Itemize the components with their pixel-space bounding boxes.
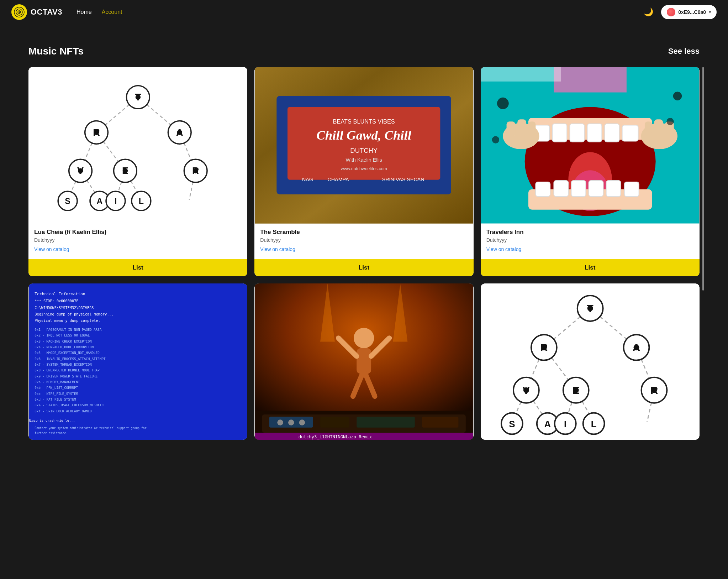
svg-point-81 — [666, 118, 674, 125]
svg-point-17 — [135, 95, 140, 100]
svg-text:0xc - NTFS_FILE_SYSTEM: 0xc - NTFS_FILE_SYSTEM — [35, 391, 78, 395]
nft-card-5: dutchy3_L1GHTNINGNLazo-Remix — [254, 283, 473, 440]
section-title: Music NFTs — [28, 46, 84, 57]
nft-catalog-link-3[interactable]: View on catalog — [486, 246, 694, 252]
svg-text:With Kaelin Ellis: With Kaelin Ellis — [346, 157, 383, 163]
svg-rect-121 — [320, 417, 349, 428]
svg-point-4 — [19, 11, 20, 13]
nft-list-button-2[interactable]: List — [254, 259, 473, 276]
wallet-button[interactable]: 0xE9...C0a0 ▾ — [661, 5, 717, 19]
svg-text:0x5 - KMODE_EXCEPTION_NOT_HAND: 0x5 - KMODE_EXCEPTION_NOT_HANDLED — [35, 351, 100, 355]
svg-point-124 — [278, 419, 283, 425]
svg-text:I: I — [114, 197, 117, 206]
dark-mode-button[interactable]: 🌙 — [642, 6, 655, 18]
svg-rect-123 — [422, 417, 459, 428]
svg-rect-84 — [481, 67, 561, 82]
nft-image-3 — [481, 67, 700, 224]
svg-point-26 — [78, 168, 83, 173]
nft-card-4: Technical Information *** STOP: 0x000000… — [28, 283, 247, 440]
logo-text: OCTAV3 — [31, 7, 62, 17]
nft-image-4: Technical Information *** STOP: 0x000000… — [28, 283, 247, 440]
nav-account[interactable]: Account — [102, 9, 122, 15]
svg-text:_jnp_v1_L1GHTNINGNLazo is cras: _jnp_v1_L1GHTNINGNLazo is crash-nig lg..… — [28, 418, 75, 422]
svg-text:further assistance.: further assistance. — [35, 431, 68, 435]
svg-text:0x8 - UNEXPECTED_KERNEL_MODE_T: 0x8 - UNEXPECTED_KERNEL_MODE_TRAP — [35, 368, 100, 372]
svg-point-82 — [492, 136, 499, 143]
svg-text:0x7 - SYSTEM_THREAD_EXCEPTION: 0x7 - SYSTEM_THREAD_EXCEPTION — [35, 362, 91, 366]
svg-text:0xe - STATUS_IMAGE_CHECKSUM_MI: 0xe - STATUS_IMAGE_CHECKSUM_MISMATCH — [35, 403, 105, 407]
svg-rect-83 — [554, 67, 626, 93]
svg-rect-60 — [605, 124, 619, 142]
svg-text:0x6 - INVALID_PROCESS_ATTACH_A: 0x6 - INVALID_PROCESS_ATTACH_ATTEMPT — [35, 356, 106, 360]
nft-info-1: Lua Cheia (f/ Kaelin Ellis) Dutchyyy Vie… — [28, 224, 247, 256]
svg-text:0xd - FAT_FILE_SYSTEM: 0xd - FAT_FILE_SYSTEM — [35, 397, 76, 401]
svg-text:A: A — [96, 197, 102, 206]
nft-title-2: The Scramble — [260, 229, 468, 236]
svg-point-32 — [193, 168, 198, 173]
svg-rect-78 — [645, 121, 652, 135]
svg-text:0xf - SPIN_LOCK_ALREADY_OWNED: 0xf - SPIN_LOCK_ALREADY_OWNED — [35, 409, 91, 413]
nft-grid-wrapper: .dashed{stroke:#aaa;stroke-width:1.5;str… — [28, 67, 700, 440]
logo[interactable]: OCTAV3 — [11, 4, 62, 20]
nft-artist-2: Dutchyyy — [260, 237, 468, 243]
nft-catalog-link-1[interactable]: View on catalog — [34, 246, 242, 252]
svg-rect-113 — [357, 348, 371, 374]
svg-rect-65 — [536, 182, 550, 197]
svg-point-148 — [633, 344, 639, 350]
nft-catalog-link-2[interactable]: View on catalog — [260, 246, 468, 252]
svg-point-29 — [123, 168, 128, 173]
nft-image-1: .dashed{stroke:#aaa;stroke-width:1.5;str… — [28, 67, 247, 224]
nft-card-3: Travelers Inn Dutchyyy View on catalog L… — [481, 67, 700, 276]
nft-artist-3: Dutchyyy — [486, 237, 694, 243]
svg-text:S: S — [65, 197, 70, 206]
svg-text:0x4 - NONPAGED_POOL_CORRUPTION: 0x4 - NONPAGED_POOL_CORRUPTION — [35, 345, 94, 349]
svg-text:dutchy3_L1GHTNINGNLazo-Remix: dutchy3_L1GHTNINGNLazo-Remix — [299, 434, 372, 439]
svg-rect-72 — [506, 121, 515, 136]
svg-text:SRINIVAS SECAN: SRINIVAS SECAN — [382, 177, 424, 182]
nav-links: Home Account — [77, 9, 642, 15]
svg-rect-68 — [589, 181, 603, 197]
svg-text:0x3 - MACHINE_CHECK_EXCEPTION: 0x3 - MACHINE_CHECK_EXCEPTION — [35, 339, 91, 343]
svg-point-142 — [587, 305, 593, 311]
navbar: OCTAV3 Home Account 🌙 0xE9...C0a0 ▾ — [0, 0, 728, 24]
svg-text:DUTCHY: DUTCHY — [350, 147, 378, 154]
scroll-bar[interactable] — [702, 67, 704, 291]
svg-point-79 — [497, 98, 509, 109]
nft-image-5: dutchy3_L1GHTNINGNLazo-Remix — [254, 283, 473, 440]
nft-title-1: Lua Cheia (f/ Kaelin Ellis) — [34, 229, 242, 236]
svg-text:Beginning dump of physical mem: Beginning dump of physical memory... — [35, 312, 113, 316]
svg-text:www.dutchwoelites.com: www.dutchwoelites.com — [341, 166, 387, 171]
svg-text:Chill Gawd, Chill: Chill Gawd, Chill — [317, 128, 412, 142]
nav-right: 🌙 0xE9...C0a0 ▾ — [642, 5, 717, 19]
see-less-button[interactable]: See less — [668, 47, 700, 56]
svg-point-126 — [299, 419, 305, 425]
svg-text:*** STOP: 0x0000007E: *** STOP: 0x0000007E — [35, 299, 78, 303]
svg-rect-69 — [606, 181, 621, 197]
svg-rect-67 — [571, 181, 586, 197]
svg-text:CHAMPA: CHAMPA — [328, 177, 349, 182]
svg-text:C:\WINDOWS\SYSTEM32\DRIVERS: C:\WINDOWS\SYSTEM32\DRIVERS — [35, 306, 94, 309]
nft-list-button-1[interactable]: List — [28, 259, 247, 276]
svg-text:Physical memory dump complete.: Physical memory dump complete. — [35, 319, 100, 323]
svg-text:L: L — [591, 418, 596, 429]
nft-info-2: The Scramble Dutchyyy View on catalog — [254, 224, 473, 256]
nft-grid: .dashed{stroke:#aaa;stroke-width:1.5;str… — [28, 67, 700, 440]
svg-text:Technical Information: Technical Information — [35, 291, 85, 296]
nft-list-button-3[interactable]: List — [481, 259, 700, 276]
nft-card-1: .dashed{stroke:#aaa;stroke-width:1.5;str… — [28, 67, 247, 276]
svg-point-125 — [288, 419, 294, 425]
svg-rect-59 — [587, 124, 602, 142]
svg-rect-57 — [552, 124, 567, 142]
svg-point-151 — [523, 387, 529, 393]
svg-point-23 — [177, 130, 182, 135]
nav-home[interactable]: Home — [77, 9, 92, 15]
nft-image-6: .dashed2{stroke:#aaa;stroke-width:1.5;st… — [481, 283, 700, 440]
wallet-avatar — [667, 8, 675, 16]
svg-rect-70 — [624, 182, 639, 197]
nft-image-2: BEATS BLUNTS VIBES Chill Gawd, Chill DUT… — [254, 67, 473, 224]
nft-card-6: .dashed2{stroke:#aaa;stroke-width:1.5;st… — [481, 283, 700, 440]
nft-card-2: BEATS BLUNTS VIBES Chill Gawd, Chill DUT… — [254, 67, 473, 276]
svg-text:0xb - PFN_LIST_CORRUPT: 0xb - PFN_LIST_CORRUPT — [35, 386, 78, 390]
svg-rect-77 — [654, 119, 663, 135]
main-content: Music NFTs See less .dashed{stroke:#aaa;… — [0, 24, 728, 454]
